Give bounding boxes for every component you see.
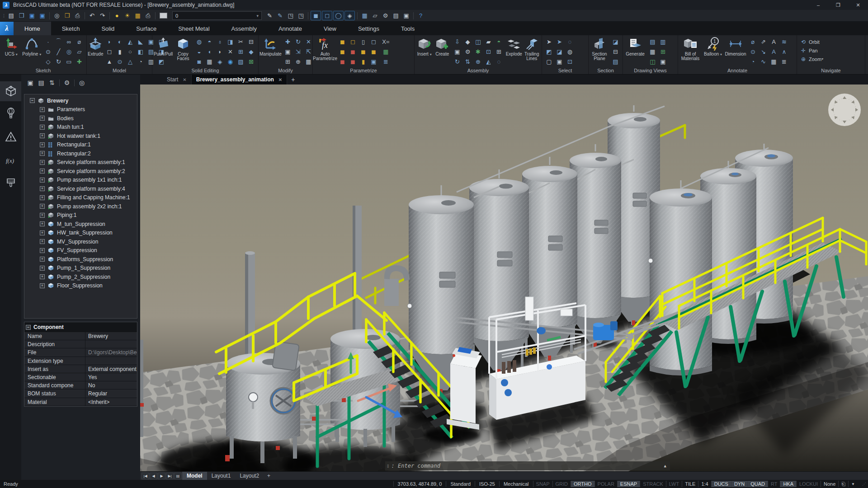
ribbon-tool[interactable]: ○ <box>125 47 135 56</box>
panel-icon-warnings[interactable] <box>0 127 21 147</box>
ribbon-tool[interactable]: ⌀ <box>74 37 85 47</box>
ribbon-tool[interactable]: ≣ <box>779 56 789 66</box>
panel-icon-parameters-fx[interactable]: f(x) <box>0 150 21 170</box>
ribbon-tool[interactable]: ◻ <box>368 37 379 47</box>
ribbon-tool[interactable]: ◍ <box>565 47 575 56</box>
ribbon-tab-home[interactable]: Home <box>14 22 51 35</box>
tree-item[interactable]: +Pump assembly 1x1 inch:1 <box>24 176 137 185</box>
tree-item[interactable]: +Filling and Capping Machine:1 <box>24 193 137 202</box>
ribbon-tool[interactable]: ✂ <box>236 37 246 47</box>
ribbon-tool[interactable]: ◗ <box>215 47 225 56</box>
ribbon-tool[interactable]: ◆ <box>462 37 473 47</box>
publish-icon[interactable]: ❒ <box>62 11 72 20</box>
ribbon-tool[interactable]: ▣ <box>554 56 565 66</box>
ribbon-tool[interactable]: ↻ <box>452 56 462 66</box>
ribbon-tool[interactable]: ▢ <box>544 56 554 66</box>
ribbon-tool[interactable]: ▦ <box>381 47 391 56</box>
ribbon-tool[interactable]: ▣ <box>452 47 462 56</box>
layout-tab-layout1[interactable]: Layout1 <box>207 472 236 480</box>
ribbon-tool[interactable]: ▦ <box>204 56 215 66</box>
ribbon-tool[interactable]: ∞ <box>64 37 74 47</box>
ribbon-tool[interactable]: △ <box>125 56 135 66</box>
ribbon-tool[interactable]: ⇅ <box>462 56 473 66</box>
shade-transparent-icon[interactable]: ◻ <box>322 11 332 20</box>
ribbon-tool[interactable]: ✕ <box>303 37 314 47</box>
ribbon-tool[interactable]: ⊞ <box>494 47 504 56</box>
light-on-icon[interactable]: ● <box>112 11 122 20</box>
save-icon[interactable]: ▣ <box>27 11 37 20</box>
open-file-icon[interactable]: ❒ <box>16 11 27 20</box>
ribbon-tool[interactable]: ≋ <box>779 37 789 47</box>
ribbon-tab-assembly[interactable]: Assembly <box>221 22 268 35</box>
trailing-lines-button[interactable]: TrailingLines <box>523 37 541 61</box>
layer-lock-icon[interactable]: ▦ <box>132 11 143 20</box>
toggle-lockui[interactable]: LOCKUI <box>796 481 821 487</box>
ribbon-tool[interactable]: ◙ <box>194 56 204 66</box>
ribbon-tool[interactable]: A <box>769 47 779 56</box>
undo-icon[interactable]: ↶ <box>87 11 97 20</box>
layout-last-button[interactable]: ▶| <box>166 473 174 479</box>
ribbon-tool[interactable]: ▤ <box>610 56 621 66</box>
tree-item[interactable]: +HW_tank_Suppression <box>24 229 137 238</box>
ribbon-tool[interactable]: ⌀ <box>748 37 758 47</box>
ribbon-tool[interactable]: ⊞ <box>236 47 246 56</box>
ribbon-tool[interactable]: ▲ <box>104 56 114 66</box>
tree-item[interactable]: +FV_Suppression <box>24 246 137 255</box>
ribbon-tab-tools[interactable]: Tools <box>390 22 425 35</box>
toggle-grid[interactable]: GRID <box>552 481 571 487</box>
ribbon-tool[interactable]: ◨ <box>225 37 236 47</box>
ribbon-tool[interactable]: ⇱ <box>303 47 314 56</box>
ribbon-tool[interactable]: ▯ <box>358 37 368 47</box>
extrude-button[interactable]: Extrude <box>88 37 103 56</box>
toggle-esnap[interactable]: ESNAP <box>617 481 640 487</box>
ribbon-tool[interactable]: ⇩ <box>452 37 462 47</box>
shade-solid-icon[interactable]: ◼ <box>311 11 321 20</box>
ribbon-tool[interactable]: ↘ <box>758 47 769 56</box>
ribbon-tool[interactable]: ≣ <box>381 56 391 66</box>
generate-button[interactable]: Generate <box>624 37 646 56</box>
ribbon-tool[interactable]: ◼ <box>358 47 368 56</box>
ribbon-tool[interactable]: ▱ <box>74 47 85 56</box>
ribbon-tool[interactable]: ◭ <box>483 56 494 66</box>
tree-item[interactable]: +Pump_1_Suppression <box>24 264 137 273</box>
layout-prev-button[interactable]: ◀ <box>150 473 157 479</box>
redo-icon[interactable]: ↷ <box>97 11 108 20</box>
tree-item[interactable]: +Rectangular:1 <box>24 141 137 150</box>
toggle-1-4[interactable]: 1:4 <box>698 481 711 487</box>
toggle-hka[interactable]: HKA <box>780 481 796 487</box>
image-icon[interactable]: ▣ <box>401 11 411 20</box>
ribbon-tool[interactable]: ╱ <box>53 47 64 56</box>
cursor-settings-icon[interactable]: ◳ <box>296 11 306 20</box>
shade-stack-icon[interactable]: ◈ <box>344 11 355 20</box>
ribbon-tool[interactable]: ◓ <box>204 37 215 47</box>
component-row[interactable]: BOM statusRegular <box>24 389 137 398</box>
component-row[interactable]: Insert asExternal component <box>24 365 137 373</box>
print-icon[interactable]: ⎙ <box>72 11 83 20</box>
ribbon-tool[interactable]: · <box>43 37 53 47</box>
tree-item[interactable]: +M_tun_Suppression <box>24 220 137 229</box>
save-as-icon[interactable]: ▣ <box>37 11 47 20</box>
tree-item[interactable]: +Piping:1 <box>24 211 137 220</box>
ribbon-tool[interactable]: ◩ <box>544 47 554 56</box>
close-tab-icon[interactable]: ✕ <box>278 77 282 82</box>
ribbon-tool[interactable]: ◒ <box>194 47 204 56</box>
polyline-button[interactable]: Polyline ▾ <box>22 37 42 57</box>
ribbon-tool[interactable]: ◎ <box>64 47 74 56</box>
ribbon-tool[interactable]: ▦ <box>769 56 779 66</box>
ribbon-tool[interactable]: ◼ <box>337 56 348 66</box>
component-row[interactable]: Standard componeNo <box>24 381 137 389</box>
create-button[interactable]: Create <box>434 37 452 56</box>
ribbon-tool[interactable]: ▣ <box>368 56 379 66</box>
status-coordinates[interactable]: 3703.63, 4874.89, 0 <box>393 481 446 487</box>
toggle-polar[interactable]: POLAR <box>594 481 617 487</box>
settings-gear-icon[interactable]: ⚙ <box>61 78 72 88</box>
ribbon-tool[interactable]: ◉ <box>225 56 236 66</box>
tree-item[interactable]: +Floor_Suppression <box>24 282 137 291</box>
dimension-button[interactable]: Dimension <box>724 37 747 56</box>
toggle-ortho[interactable]: ORTHO <box>571 481 594 487</box>
qat-grip[interactable]: ⁞ <box>3 13 4 19</box>
ribbon-tool[interactable]: ↻ <box>293 37 303 47</box>
ribbon-tool[interactable]: ▤ <box>647 37 658 47</box>
bill-of-materials-button[interactable]: Bill ofMaterials <box>679 37 702 61</box>
gears-icon[interactable]: ⚙ <box>380 11 391 20</box>
